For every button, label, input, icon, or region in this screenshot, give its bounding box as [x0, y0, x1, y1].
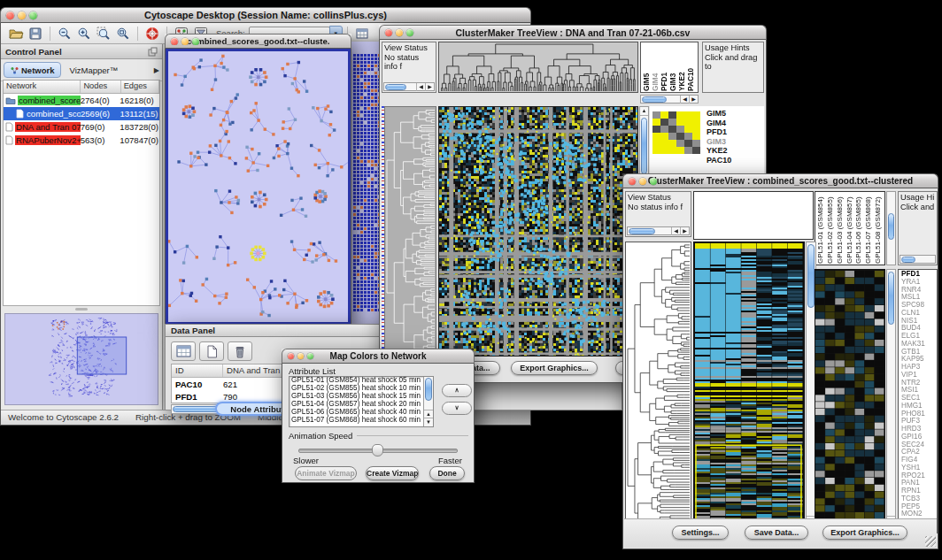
matrix-cell[interactable]: [692, 111, 700, 119]
resize-grip[interactable]: [925, 536, 936, 547]
tabs-overflow-arrow-icon[interactable]: ▶: [154, 66, 159, 74]
scroll-right-icon[interactable]: ▶: [689, 96, 698, 104]
treeview1-titlebar[interactable]: ClusterMaker TreeView : DNA and Tran 07-…: [379, 25, 767, 40]
column-label[interactable]: GIM3: [668, 43, 677, 91]
save-icon[interactable]: [26, 25, 45, 42]
matrix-cell[interactable]: [652, 126, 660, 133]
network-table-row[interactable]: combined_scores2764(0)16218(0): [4, 94, 159, 107]
attribute-list-item[interactable]: GPL51-07 (GSM868) heat shock 60 min: [290, 417, 423, 425]
column-header-edges[interactable]: Edges: [121, 81, 159, 93]
gene-name[interactable]: MON2: [901, 510, 937, 518]
matrix-cell[interactable]: [660, 147, 668, 154]
column-header-network[interactable]: Network: [4, 81, 81, 93]
help-lifesaver-icon[interactable]: [143, 25, 162, 42]
scrollbar-thumb[interactable]: [629, 228, 655, 234]
network-overview-canvas[interactable]: [5, 314, 158, 403]
matrix-cell[interactable]: [652, 111, 660, 119]
new-page-icon[interactable]: [199, 341, 224, 361]
column-label[interactable]: GPL51-02 (GSM855): [826, 193, 836, 264]
scrollbar-thumb[interactable]: [425, 378, 432, 401]
close-button[interactable]: [288, 353, 294, 359]
column-labels-vscrollbar[interactable]: [886, 191, 896, 265]
scroll-left-icon[interactable]: ◀: [680, 96, 689, 104]
view-status-hscrollbar[interactable]: ◀▶: [627, 226, 690, 235]
matrix-cell[interactable]: [692, 147, 700, 154]
network-overview-pane[interactable]: [4, 313, 158, 405]
minimize-button[interactable]: [639, 178, 646, 185]
column-label[interactable]: PAC10: [686, 43, 695, 91]
table-icon[interactable]: [171, 341, 196, 361]
gene-dendrogram[interactable]: [625, 242, 691, 533]
treeview2-titlebar[interactable]: ClusterMaker TreeView : combined_scores_…: [622, 173, 938, 188]
dialog-titlebar[interactable]: Map Colors to Network: [282, 349, 475, 364]
matrix-cell[interactable]: [676, 147, 684, 154]
column-label[interactable]: GPL51-08 (GSM872): [874, 193, 884, 264]
tab-vizmapper[interactable]: VizMapper™: [63, 63, 124, 77]
scrollbar-thumb[interactable]: [901, 257, 915, 263]
matrix-cell[interactable]: [684, 119, 692, 126]
minimize-button[interactable]: [181, 38, 189, 45]
scrollbar-thumb[interactable]: [641, 118, 647, 174]
done-button[interactable]: Done: [429, 466, 465, 480]
create-vizmap-button[interactable]: Create Vizmap: [366, 466, 419, 480]
network-table-row[interactable]: DNA and Tran 07769(0)183728(0): [4, 120, 159, 134]
row-label[interactable]: GIM3: [706, 137, 731, 147]
scroll-right-icon[interactable]: ▶: [425, 83, 434, 91]
heatmap-canvas[interactable]: [439, 107, 637, 356]
scrollbar-thumb[interactable]: [888, 272, 894, 325]
matrix-cell[interactable]: [684, 147, 692, 154]
slider-thumb[interactable]: [372, 444, 383, 456]
matrix-cell[interactable]: [668, 147, 676, 154]
matrix-cell[interactable]: [676, 126, 684, 133]
column-label[interactable]: GPL51-03 (GSM856): [836, 193, 845, 264]
scroll-right-icon[interactable]: ▶: [680, 227, 689, 235]
attribute-table-icon[interactable]: [352, 25, 372, 42]
matrix-cell[interactable]: [652, 119, 660, 126]
zoom-fit-icon[interactable]: [113, 25, 133, 42]
column-label[interactable]: GIM5: [642, 43, 651, 91]
matrix-cell[interactable]: [660, 111, 668, 119]
matrix-cell[interactable]: [660, 133, 668, 140]
column-label[interactable]: YKE2: [677, 43, 686, 91]
column-label[interactable]: GPL51-07 (GSM868): [864, 193, 874, 264]
export-graphics-button[interactable]: Export Graphics...: [511, 361, 598, 375]
scroll-down-icon[interactable]: ▼: [424, 418, 433, 426]
move-down-button[interactable]: ∨: [442, 402, 472, 415]
matrix-cell[interactable]: [660, 119, 668, 126]
matrix-cell[interactable]: [692, 126, 700, 133]
scrollbar-thumb[interactable]: [642, 96, 667, 103]
network-table-row[interactable]: RNAPuberNov2+563(0)107847(0): [4, 134, 159, 147]
minimize-button[interactable]: [396, 29, 403, 36]
zoom-in-icon[interactable]: [74, 25, 94, 42]
scroll-up-icon[interactable]: ▲: [640, 107, 648, 116]
column-label[interactable]: PFD1: [660, 43, 668, 91]
sub-heatmap-vscrollbar[interactable]: ▲ ▼: [886, 269, 896, 533]
matrix-cell[interactable]: [660, 126, 668, 133]
matrix-cell[interactable]: [668, 119, 676, 126]
tab-network[interactable]: Network: [4, 62, 61, 78]
column-label[interactable]: GPL51-01 (GSM854): [816, 193, 826, 264]
attribute-list-vscrollbar[interactable]: ▲ ▼: [423, 377, 433, 426]
matrix-cell[interactable]: [684, 140, 692, 147]
matrix-cell[interactable]: [684, 133, 692, 140]
network-window-titlebar[interactable]: combined_scores_good.txt--cluste...: [165, 34, 351, 49]
attribute-list[interactable]: GPL51-01 (GSM854) heat shock 05 minGPL51…: [289, 376, 434, 427]
view-status-hscrollbar[interactable]: ◀▶: [383, 82, 435, 91]
row-label[interactable]: YKE2: [706, 146, 731, 156]
matrix-cell[interactable]: [684, 111, 692, 119]
gene-name-list[interactable]: PFD1YRA1RNR4MSL1SPC98CLN1NIS1BUD4ELG1MAK…: [898, 269, 938, 533]
main-titlebar[interactable]: Cytoscape Desktop (Session Name: collins…: [0, 7, 531, 23]
network-canvas[interactable]: [168, 51, 348, 322]
matrix-cell[interactable]: [692, 133, 700, 140]
close-button[interactable]: [171, 38, 178, 45]
minimize-button[interactable]: [18, 12, 26, 19]
open-folder-icon[interactable]: [6, 25, 26, 42]
save-data-button[interactable]: Save Data...: [745, 525, 808, 540]
matrix-cell[interactable]: [692, 140, 700, 147]
row-label[interactable]: PFD1: [706, 127, 731, 137]
column-dendrogram-area[interactable]: [693, 191, 814, 240]
network-table-row[interactable]: combined_sco2569(6)13112(15): [4, 107, 159, 120]
column-label[interactable]: GIM4: [651, 43, 660, 91]
row-label[interactable]: GIM4: [706, 119, 731, 128]
scrollbar-thumb[interactable]: [807, 244, 815, 308]
